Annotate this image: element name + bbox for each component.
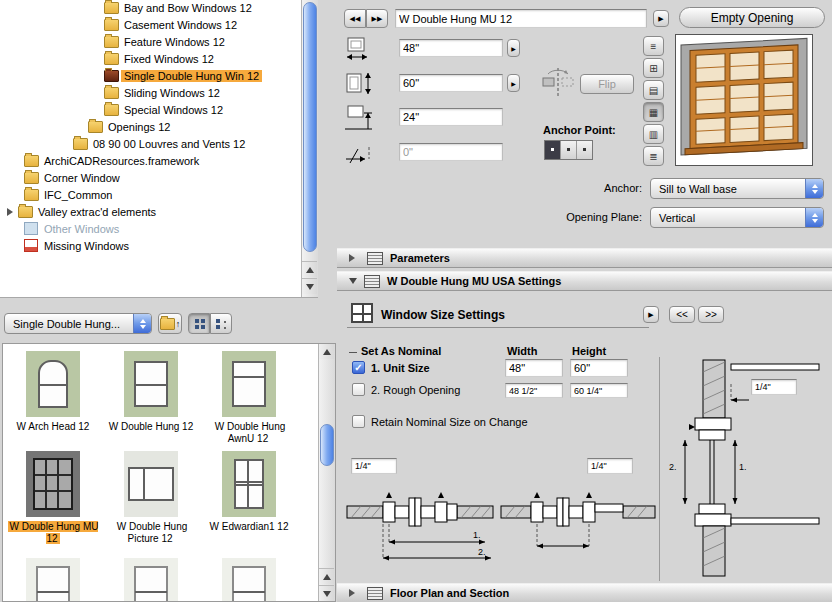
thumbnail-scroll-down-button[interactable] [319, 585, 334, 601]
object-preview[interactable] [675, 34, 813, 166]
flip-button[interactable]: Flip [580, 74, 634, 94]
tree-item-selected[interactable]: Single Double Hung Win 12 [0, 67, 301, 84]
empty-opening-button[interactable]: Empty Opening [679, 7, 825, 28]
thumbnail-item[interactable]: W Edwardian1 12 [201, 451, 297, 533]
popup-arrows-icon [805, 208, 823, 227]
tree-item[interactable]: Corner Window [0, 169, 301, 186]
history-back-button[interactable]: ◀◀ [344, 9, 366, 28]
prev-panel-button[interactable]: << [669, 306, 695, 323]
floor-plan-icon [367, 587, 383, 600]
preview-section-button[interactable]: ▥ [643, 124, 664, 144]
preview-info-button[interactable]: ≣ [643, 146, 664, 166]
next-panel-button[interactable]: >> [698, 306, 724, 323]
object-name-field[interactable] [395, 9, 647, 28]
preview-3d-icon: ▦ [649, 107, 658, 118]
thumbnail-item[interactable] [103, 558, 199, 602]
tree-item[interactable]: Feature Windows 12 [0, 33, 301, 50]
header-height-icon [343, 140, 375, 166]
thumbnail-item[interactable] [201, 558, 297, 602]
unit-width-field[interactable] [505, 359, 563, 377]
tree-item[interactable]: IFC_Common [0, 186, 301, 203]
thumbnail-item[interactable]: W Double Hung Picture 12 [103, 451, 199, 545]
floor-plan-section-bar[interactable]: Floor Plan and Section [337, 583, 832, 602]
usa-settings-section-bar[interactable]: W Double Hung MU USA Settings [337, 271, 832, 291]
retain-nominal-label: Retain Nominal Size on Change [371, 416, 528, 428]
anchor-point-option-selected[interactable] [545, 141, 561, 159]
tree-scroll-down-button[interactable] [302, 278, 317, 294]
window-width-field[interactable] [399, 39, 503, 57]
preview-plan-button[interactable]: ⊞ [643, 58, 664, 78]
anchor-popup[interactable]: Sill to Wall base [650, 178, 824, 199]
disclosure-triangle-open-icon[interactable] [349, 278, 357, 284]
width-menu-button[interactable]: ▶ [507, 39, 520, 57]
height-menu-button[interactable]: ▶ [507, 74, 520, 92]
panel-menu-button[interactable]: ▶ [643, 306, 659, 323]
tree-scroll-up-button[interactable] [302, 261, 317, 277]
retain-nominal-checkbox[interactable] [352, 415, 365, 428]
rough-width-field[interactable] [505, 383, 563, 398]
disclosure-triangle-icon[interactable] [349, 254, 355, 262]
thumbnail-image [124, 351, 178, 417]
flip-button-label: Flip [598, 78, 616, 90]
dimension-marker-2: 2. [478, 547, 486, 557]
other-windows-icon [24, 222, 38, 235]
window-height-field[interactable] [399, 74, 503, 92]
thumbnail-item[interactable] [5, 558, 101, 602]
thumbnail-item[interactable]: W Double Hung AwnU 12 [201, 351, 297, 445]
tree-scrollbar-thumb[interactable] [303, 2, 317, 252]
popup-arrows-icon [805, 179, 823, 198]
tree-item[interactable]: Other Windows [0, 220, 301, 237]
history-forward-button[interactable]: ▶▶ [366, 9, 388, 28]
dim-plan-mid-field[interactable] [587, 458, 633, 474]
tree-item[interactable]: Special Windows 12 [0, 101, 301, 118]
thumbnail-scrollbar-thumb[interactable] [320, 424, 334, 466]
sill-height-field[interactable] [399, 108, 503, 126]
usa-settings-section-label: W Double Hung MU USA Settings [387, 275, 561, 287]
folder-icon [104, 70, 119, 82]
thumbnail-item[interactable]: W Arch Head 12 [5, 351, 101, 433]
tree-item[interactable]: Missing Windows [0, 237, 301, 254]
dim-plan-left-field[interactable] [351, 458, 397, 474]
preview-info-icon: ≣ [649, 151, 657, 162]
thumbnail-scrollbar[interactable] [318, 344, 335, 601]
anchor-point-option[interactable] [561, 141, 577, 159]
tree-item[interactable]: Casement Windows 12 [0, 16, 301, 33]
thumbnail-item[interactable]: W Double Hung 12 [103, 351, 199, 433]
scroll-down-icon [323, 591, 331, 597]
rough-opening-checkbox[interactable] [352, 383, 365, 396]
unit-height-field[interactable] [570, 359, 628, 377]
folder-icon [24, 155, 39, 167]
preview-elevation-button[interactable]: ▤ [643, 80, 664, 100]
thumbnail-label: W Double Hung Picture 12 [103, 521, 199, 545]
anchor-point-option[interactable] [577, 141, 592, 159]
view-mode-list-button[interactable] [210, 313, 232, 334]
parent-folder-button[interactable]: ↑ [158, 313, 182, 334]
anchor-point-selector[interactable] [544, 140, 593, 160]
tree-item[interactable]: Openings 12 [0, 118, 301, 135]
tree-item[interactable]: Fixed Windows 12 [0, 50, 301, 67]
thumbnail-item-selected[interactable]: W Double Hung MU 12 [5, 451, 101, 545]
tree-item[interactable]: 08 90 00 Louvres and Vents 12 [0, 135, 301, 152]
parameters-section-bar[interactable]: Parameters [337, 248, 832, 268]
tree-item-label: IFC_Common [41, 189, 115, 201]
unit-size-checkbox[interactable]: ✓ [352, 361, 365, 374]
settings-panel: ◀◀ ▶▶ ▶ Empty Opening ▶ ▶ Flip Anchor Po… [337, 0, 832, 602]
library-folder-popup[interactable]: Single Double Hung... [4, 313, 152, 334]
preview-list-button[interactable]: ≡ [643, 36, 664, 56]
disclosure-triangle-icon[interactable] [7, 208, 13, 216]
thumbnail-scroll-up-button2[interactable] [319, 568, 334, 584]
preview-3d-button[interactable]: ▦ [643, 102, 664, 122]
tree-item[interactable]: Valley extrac'd elements [0, 203, 301, 220]
opening-plane-popup[interactable]: Vertical [650, 207, 824, 228]
disclosure-triangle-icon[interactable] [349, 589, 355, 597]
thumbnail-label: W Double Hung MU 12 [5, 521, 101, 545]
view-mode-grid-button[interactable] [188, 313, 210, 334]
tree-item[interactable]: Sliding Windows 12 [0, 84, 301, 101]
tree-scrollbar[interactable] [301, 0, 318, 297]
thumbnail-scroll-up-button[interactable] [319, 344, 334, 359]
tree-item[interactable]: Bay and Bow Windows 12 [0, 0, 301, 16]
tree-item[interactable]: ArchiCADResources.framework [0, 152, 301, 169]
object-name-menu-button[interactable]: ▶ [653, 10, 669, 27]
header-height-field[interactable] [399, 143, 503, 161]
rough-height-field[interactable] [570, 383, 628, 398]
